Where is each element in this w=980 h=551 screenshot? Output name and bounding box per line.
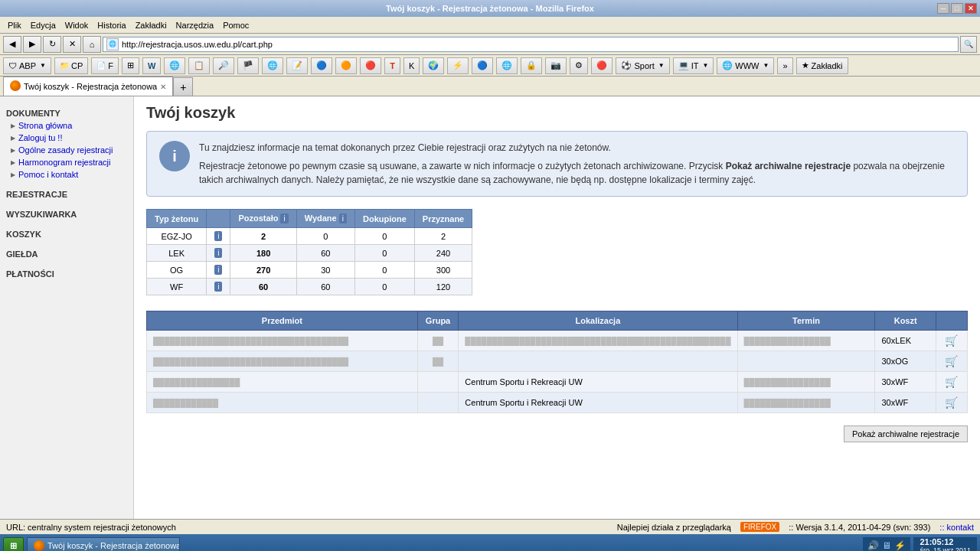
back-button[interactable]: ◀: [3, 36, 21, 53]
bookmark-t[interactable]: T: [384, 57, 400, 74]
bookmark-globe[interactable]: 🌍: [423, 57, 444, 74]
speaker-icon[interactable]: 🔊: [867, 540, 879, 551]
cell-term: ████████████████: [737, 331, 875, 351]
bookmark-it[interactable]: 💻 IT ▼: [673, 57, 714, 74]
info-button[interactable]: i: [214, 282, 222, 292]
cell-info-btn[interactable]: i: [207, 228, 230, 245]
cell-granted: 120: [414, 279, 472, 295]
start-button[interactable]: ⊞: [3, 537, 24, 551]
home-button[interactable]: ⌂: [83, 36, 101, 53]
status-url: URL: centralny system rejestracji żetono…: [6, 523, 611, 532]
info-button[interactable]: i: [214, 248, 222, 258]
sidebar-item-pomoc[interactable]: Pomoc i kontakt: [0, 168, 133, 181]
bookmark-icon6[interactable]: 📝: [286, 57, 308, 74]
bookmark-lock[interactable]: 🔒: [521, 57, 542, 74]
bookmark-abp[interactable]: 🛡 ABP ▼: [3, 57, 51, 74]
cell-cost: 30xWF: [875, 372, 936, 393]
content-area: Twój koszyk i Tu znajdziesz informacje n…: [134, 96, 980, 519]
bookmark-icon7[interactable]: 🔵: [311, 57, 332, 74]
bookmark-red[interactable]: 🔴: [591, 57, 612, 74]
menu-history[interactable]: Historia: [93, 19, 130, 31]
tabs-bar: Twój koszyk - Rejestracja żetonowa ✕ +: [0, 77, 980, 96]
f-icon: 📄: [96, 61, 106, 70]
cell-action[interactable]: 🛒: [936, 351, 967, 372]
th-action: [936, 311, 967, 331]
bookmark-sport[interactable]: ⚽ Sport ▼: [616, 57, 669, 74]
bookmark-grid[interactable]: ⊞: [122, 57, 139, 74]
cell-info-btn[interactable]: i: [207, 279, 230, 295]
cell-action[interactable]: 🛒: [936, 393, 967, 413]
cell-term: ████████████████: [737, 372, 875, 393]
status-contact[interactable]: :: kontakt: [939, 523, 974, 532]
bookmark-web[interactable]: 🌐: [496, 57, 518, 74]
tab-koszyk[interactable]: Twój koszyk - Rejestracja żetonowa ✕: [3, 77, 173, 96]
registration-table: Przedmiot Grupa Lokalizacja Termin Koszt…: [146, 311, 968, 413]
cart-add-icon[interactable]: 🛒: [945, 334, 958, 347]
maximize-button[interactable]: □: [951, 3, 963, 14]
cart-remove-icon[interactable]: 🛒: [945, 355, 958, 367]
bookmarks-bar: 🛡 ABP ▼ 📁 CP 📄 F ⊞ W 🌐 📋 🔎 🏴 🌐 📝 🔵 🟠 🔴 T…: [0, 55, 980, 77]
bookmark-icon5[interactable]: 🌐: [262, 57, 283, 74]
bookmark-circle[interactable]: 🔵: [472, 57, 493, 74]
taskbar-task-firefox[interactable]: Twój koszyk - Rejestracja żetonowa - Moz…: [27, 537, 180, 551]
new-tab-button[interactable]: +: [173, 77, 193, 96]
cell-granted: 300: [414, 262, 472, 279]
menu-file[interactable]: Plik: [3, 19, 26, 31]
taskbar-firefox-icon: [34, 540, 47, 551]
sidebar-item-strona[interactable]: Strona główna: [0, 119, 133, 132]
nav-bar: ◀ ▶ ↻ ✕ ⌂ 🌐 http://rejestracja.usos.uw.e…: [0, 34, 980, 55]
status-right: Najlepiej działa z przeglądarką FIREFOX …: [617, 522, 974, 532]
bookmark-w[interactable]: W: [142, 57, 161, 74]
bookmark-cam[interactable]: 📷: [545, 57, 567, 74]
cell-action[interactable]: 🛒: [936, 372, 967, 393]
sidebar-item-zaloguj[interactable]: Zaloguj tu !!: [0, 132, 133, 144]
address-bar[interactable]: 🌐 http://rejestracja.usos.uw.edu.pl/cart…: [103, 37, 959, 52]
reload-button[interactable]: ↻: [43, 36, 61, 53]
sidebar-section-dokumenty: DOKUMENTY: [0, 107, 133, 119]
menu-help[interactable]: Pomoc: [218, 19, 253, 31]
cell-info-btn[interactable]: i: [207, 262, 230, 279]
system-clock: 21:05:12 śro, 15 wrz 2011: [913, 537, 977, 551]
bookmark-zakładki[interactable]: ★ Zakładki: [796, 57, 848, 74]
bookmark-lightning[interactable]: ⚡: [447, 57, 469, 74]
th-grupa: Grupa: [417, 311, 459, 331]
close-button[interactable]: ✕: [965, 3, 977, 14]
menu-edit[interactable]: Edycja: [26, 19, 60, 31]
bookmark-icon8[interactable]: 🟠: [335, 57, 357, 74]
bookmark-icon3[interactable]: 🔎: [213, 57, 234, 74]
info-button[interactable]: i: [214, 231, 222, 241]
bookmark-k[interactable]: K: [403, 57, 420, 74]
cell-cost: 60xLEK: [875, 331, 936, 351]
wydane-info-btn[interactable]: i: [339, 214, 347, 223]
cart-add-icon[interactable]: 🛒: [945, 396, 958, 409]
zoom-button[interactable]: 🔍: [960, 36, 977, 53]
minimize-button[interactable]: ─: [937, 3, 949, 14]
status-best-with: Najlepiej działa z przeglądarką: [617, 523, 731, 532]
status-browser: FIREFOX: [740, 522, 779, 532]
bookmark-f[interactable]: 📄 F: [91, 57, 119, 74]
bookmark-icon2[interactable]: 📋: [188, 57, 210, 74]
bookmark-www[interactable]: 🌐 WWW ▼: [717, 57, 774, 74]
show-archive-button[interactable]: Pokaż archiwalne rejestracje: [844, 425, 968, 442]
menu-bookmarks[interactable]: Zakładki: [131, 19, 172, 31]
cell-group: [417, 393, 459, 413]
menu-tools[interactable]: Narzędzia: [172, 19, 219, 31]
sidebar-item-harmonogram[interactable]: Harmonogram rejestracji: [0, 156, 133, 168]
bookmark-cp[interactable]: 📁 CP: [54, 57, 88, 74]
cell-info-btn[interactable]: i: [207, 245, 230, 262]
cell-group: [417, 372, 459, 393]
cell-action[interactable]: 🛒: [936, 331, 967, 351]
bookmark-gear[interactable]: ⚙: [570, 57, 588, 74]
tab-close-button[interactable]: ✕: [160, 83, 166, 91]
bookmark-icon1[interactable]: 🌐: [164, 57, 185, 74]
bookmark-icon9[interactable]: 🔴: [360, 57, 381, 74]
info-button[interactable]: i: [214, 265, 222, 275]
menu-view[interactable]: Widok: [60, 19, 93, 31]
bookmark-icon4[interactable]: 🏴: [237, 57, 259, 74]
sidebar-item-ogolne[interactable]: Ogólne zasady rejestracji: [0, 144, 133, 156]
pozostalo-info-btn[interactable]: i: [280, 214, 288, 223]
cart-add-icon[interactable]: 🛒: [945, 376, 958, 388]
forward-button[interactable]: ▶: [23, 36, 41, 53]
stop-button[interactable]: ✕: [63, 36, 81, 53]
bookmark-more[interactable]: »: [777, 57, 792, 74]
